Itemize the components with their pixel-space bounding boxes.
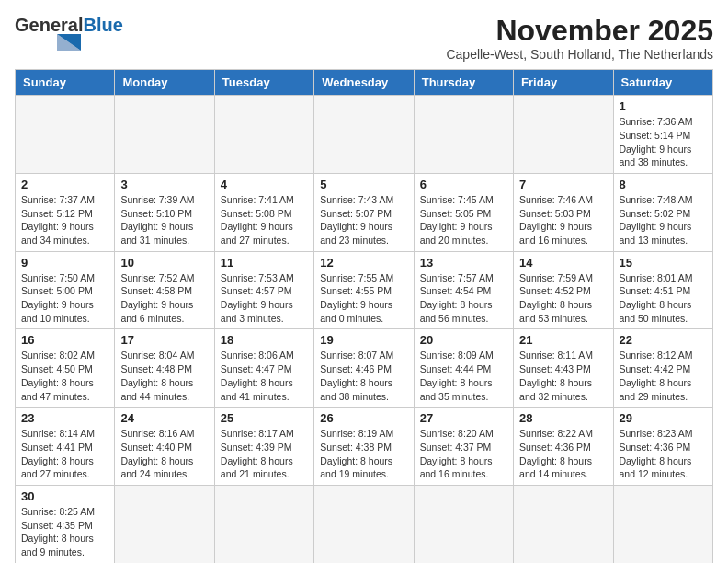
- day-number: 29: [620, 411, 707, 425]
- day-info: Sunrise: 8:22 AMSunset: 4:36 PMDaylight:…: [519, 427, 607, 481]
- day-number: 7: [519, 178, 607, 191]
- calendar-cell: [514, 485, 613, 563]
- calendar-cell: [314, 96, 414, 174]
- calendar-cell: [115, 485, 214, 563]
- day-number: 30: [21, 489, 108, 503]
- logo-blue-text: Blue: [83, 15, 122, 36]
- calendar-cell: 24Sunrise: 8:16 AMSunset: 4:40 PMDayligh…: [115, 408, 214, 486]
- day-number: 26: [320, 411, 407, 425]
- day-number: 3: [120, 178, 208, 191]
- calendar-cell: 30Sunrise: 8:25 AMSunset: 4:35 PMDayligh…: [16, 485, 115, 563]
- calendar-cell: 25Sunrise: 8:17 AMSunset: 4:39 PMDayligh…: [214, 408, 313, 486]
- calendar-week-row: 9Sunrise: 7:50 AMSunset: 5:00 PMDaylight…: [16, 251, 713, 329]
- calendar-cell: 11Sunrise: 7:53 AMSunset: 4:57 PMDayligh…: [214, 251, 313, 329]
- day-info: Sunrise: 7:48 AMSunset: 5:02 PMDaylight:…: [620, 193, 707, 247]
- calendar-cell: 5Sunrise: 7:43 AMSunset: 5:07 PMDaylight…: [314, 173, 414, 251]
- day-info: Sunrise: 8:14 AMSunset: 4:41 PMDaylight:…: [21, 427, 108, 481]
- day-info: Sunrise: 8:12 AMSunset: 4:42 PMDaylight:…: [620, 349, 707, 403]
- day-info: Sunrise: 8:20 AMSunset: 4:37 PMDaylight:…: [420, 427, 507, 481]
- day-number: 1: [620, 99, 707, 113]
- day-info: Sunrise: 8:01 AMSunset: 4:51 PMDaylight:…: [620, 271, 707, 326]
- calendar-cell: 16Sunrise: 8:02 AMSunset: 4:50 PMDayligh…: [16, 329, 115, 408]
- calendar-week-row: 30Sunrise: 8:25 AMSunset: 4:35 PMDayligh…: [16, 485, 713, 563]
- day-number: 28: [519, 411, 607, 425]
- day-info: Sunrise: 8:17 AMSunset: 4:39 PMDaylight:…: [221, 427, 308, 481]
- logo-general-text: General: [15, 15, 83, 36]
- day-info: Sunrise: 7:41 AMSunset: 5:08 PMDaylight:…: [221, 193, 308, 247]
- calendar-cell: 13Sunrise: 7:57 AMSunset: 4:54 PMDayligh…: [414, 251, 513, 329]
- month-title: November 2025: [446, 15, 713, 47]
- day-info: Sunrise: 7:46 AMSunset: 5:03 PMDaylight:…: [519, 193, 607, 247]
- calendar-cell: 20Sunrise: 8:09 AMSunset: 4:44 PMDayligh…: [414, 329, 513, 408]
- day-info: Sunrise: 7:37 AMSunset: 5:12 PMDaylight:…: [21, 193, 108, 247]
- calendar-header-row: SundayMondayTuesdayWednesdayThursdayFrid…: [16, 70, 713, 96]
- day-number: 15: [620, 256, 707, 270]
- logo-icon: [17, 34, 81, 51]
- calendar-cell: 6Sunrise: 7:45 AMSunset: 5:05 PMDaylight…: [414, 173, 513, 251]
- calendar-cell: 8Sunrise: 7:48 AMSunset: 5:02 PMDaylight…: [613, 173, 712, 251]
- calendar-cell: [115, 96, 214, 174]
- day-number: 11: [221, 256, 308, 270]
- day-info: Sunrise: 7:52 AMSunset: 4:58 PMDaylight:…: [120, 271, 208, 326]
- calendar-cell: 2Sunrise: 7:37 AMSunset: 5:12 PMDaylight…: [16, 173, 115, 251]
- day-number: 18: [221, 333, 308, 347]
- calendar-week-row: 2Sunrise: 7:37 AMSunset: 5:12 PMDaylight…: [16, 173, 713, 251]
- calendar-cell: 9Sunrise: 7:50 AMSunset: 5:00 PMDaylight…: [16, 251, 115, 329]
- day-number: 6: [420, 178, 507, 191]
- day-info: Sunrise: 7:39 AMSunset: 5:10 PMDaylight:…: [120, 193, 208, 247]
- day-number: 14: [519, 256, 607, 270]
- weekday-header-sunday: Sunday: [16, 70, 115, 96]
- calendar-cell: 26Sunrise: 8:19 AMSunset: 4:38 PMDayligh…: [314, 408, 414, 486]
- day-info: Sunrise: 7:50 AMSunset: 5:00 PMDaylight:…: [21, 271, 108, 326]
- day-number: 5: [320, 178, 407, 191]
- calendar-cell: 22Sunrise: 8:12 AMSunset: 4:42 PMDayligh…: [613, 329, 712, 408]
- title-area: November 2025 Capelle-West, South Hollan…: [446, 15, 713, 62]
- calendar-cell: 27Sunrise: 8:20 AMSunset: 4:37 PMDayligh…: [414, 408, 513, 486]
- day-number: 4: [221, 178, 308, 191]
- day-number: 16: [21, 333, 108, 347]
- day-info: Sunrise: 7:53 AMSunset: 4:57 PMDaylight:…: [221, 271, 308, 326]
- day-info: Sunrise: 7:36 AMSunset: 5:14 PMDaylight:…: [620, 115, 707, 169]
- weekday-header-saturday: Saturday: [613, 70, 712, 96]
- weekday-header-wednesday: Wednesday: [314, 70, 414, 96]
- page-header: General Blue November 2025 Capelle-West,…: [15, 15, 713, 62]
- calendar-cell: 23Sunrise: 8:14 AMSunset: 4:41 PMDayligh…: [16, 408, 115, 486]
- calendar-cell: 7Sunrise: 7:46 AMSunset: 5:03 PMDaylight…: [514, 173, 613, 251]
- calendar-cell: 17Sunrise: 8:04 AMSunset: 4:48 PMDayligh…: [115, 329, 214, 408]
- calendar-cell: 4Sunrise: 7:41 AMSunset: 5:08 PMDaylight…: [214, 173, 313, 251]
- calendar-cell: [514, 96, 613, 174]
- day-number: 20: [420, 333, 507, 347]
- day-info: Sunrise: 8:06 AMSunset: 4:47 PMDaylight:…: [221, 349, 308, 403]
- day-info: Sunrise: 8:16 AMSunset: 4:40 PMDaylight:…: [120, 427, 208, 481]
- calendar-table: SundayMondayTuesdayWednesdayThursdayFrid…: [15, 69, 713, 563]
- day-number: 22: [620, 333, 707, 347]
- day-number: 21: [519, 333, 607, 347]
- day-info: Sunrise: 7:57 AMSunset: 4:54 PMDaylight:…: [420, 271, 507, 326]
- day-info: Sunrise: 8:19 AMSunset: 4:38 PMDaylight:…: [320, 427, 407, 481]
- day-number: 12: [320, 256, 407, 270]
- day-number: 10: [120, 256, 208, 270]
- weekday-header-monday: Monday: [115, 70, 214, 96]
- day-number: 9: [21, 256, 108, 270]
- location-subtitle: Capelle-West, South Holland, The Netherl…: [446, 47, 713, 62]
- calendar-cell: [214, 485, 313, 563]
- calendar-cell: [16, 96, 115, 174]
- day-info: Sunrise: 8:09 AMSunset: 4:44 PMDaylight:…: [420, 349, 507, 403]
- day-number: 17: [120, 333, 208, 347]
- weekday-header-tuesday: Tuesday: [214, 70, 313, 96]
- calendar-cell: 3Sunrise: 7:39 AMSunset: 5:10 PMDaylight…: [115, 173, 214, 251]
- calendar-week-row: 1Sunrise: 7:36 AMSunset: 5:14 PMDaylight…: [16, 96, 713, 174]
- calendar-cell: 29Sunrise: 8:23 AMSunset: 4:36 PMDayligh…: [613, 408, 712, 486]
- calendar-cell: [414, 485, 513, 563]
- calendar-cell: 14Sunrise: 7:59 AMSunset: 4:52 PMDayligh…: [514, 251, 613, 329]
- day-number: 24: [120, 411, 208, 425]
- calendar-cell: 21Sunrise: 8:11 AMSunset: 4:43 PMDayligh…: [514, 329, 613, 408]
- calendar-cell: 1Sunrise: 7:36 AMSunset: 5:14 PMDaylight…: [613, 96, 712, 174]
- calendar-cell: [414, 96, 513, 174]
- calendar-cell: [613, 485, 712, 563]
- logo: General Blue: [15, 15, 123, 51]
- weekday-header-friday: Friday: [514, 70, 613, 96]
- calendar-cell: 15Sunrise: 8:01 AMSunset: 4:51 PMDayligh…: [613, 251, 712, 329]
- calendar-cell: 19Sunrise: 8:07 AMSunset: 4:46 PMDayligh…: [314, 329, 414, 408]
- day-info: Sunrise: 7:43 AMSunset: 5:07 PMDaylight:…: [320, 193, 407, 247]
